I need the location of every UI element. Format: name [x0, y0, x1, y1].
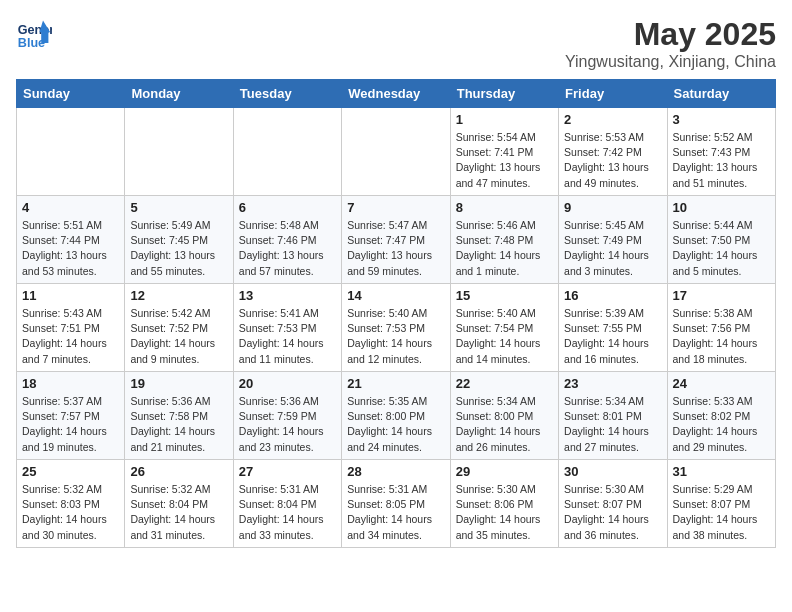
calendar-cell: 27Sunrise: 5:31 AM Sunset: 8:04 PM Dayli…: [233, 460, 341, 548]
day-info: Sunrise: 5:42 AM Sunset: 7:52 PM Dayligh…: [130, 306, 227, 367]
week-row-2: 4Sunrise: 5:51 AM Sunset: 7:44 PM Daylig…: [17, 196, 776, 284]
day-info: Sunrise: 5:47 AM Sunset: 7:47 PM Dayligh…: [347, 218, 444, 279]
day-info: Sunrise: 5:45 AM Sunset: 7:49 PM Dayligh…: [564, 218, 661, 279]
day-number: 4: [22, 200, 119, 215]
day-info: Sunrise: 5:44 AM Sunset: 7:50 PM Dayligh…: [673, 218, 770, 279]
calendar-cell: 7Sunrise: 5:47 AM Sunset: 7:47 PM Daylig…: [342, 196, 450, 284]
day-info: Sunrise: 5:32 AM Sunset: 8:04 PM Dayligh…: [130, 482, 227, 543]
day-number: 27: [239, 464, 336, 479]
calendar-cell: 12Sunrise: 5:42 AM Sunset: 7:52 PM Dayli…: [125, 284, 233, 372]
weekday-header-wednesday: Wednesday: [342, 80, 450, 108]
calendar-cell: 6Sunrise: 5:48 AM Sunset: 7:46 PM Daylig…: [233, 196, 341, 284]
day-number: 16: [564, 288, 661, 303]
day-number: 6: [239, 200, 336, 215]
calendar-cell: 4Sunrise: 5:51 AM Sunset: 7:44 PM Daylig…: [17, 196, 125, 284]
day-info: Sunrise: 5:40 AM Sunset: 7:53 PM Dayligh…: [347, 306, 444, 367]
calendar-cell: 24Sunrise: 5:33 AM Sunset: 8:02 PM Dayli…: [667, 372, 775, 460]
day-info: Sunrise: 5:30 AM Sunset: 8:07 PM Dayligh…: [564, 482, 661, 543]
day-number: 12: [130, 288, 227, 303]
day-info: Sunrise: 5:39 AM Sunset: 7:55 PM Dayligh…: [564, 306, 661, 367]
day-info: Sunrise: 5:30 AM Sunset: 8:06 PM Dayligh…: [456, 482, 553, 543]
week-row-3: 11Sunrise: 5:43 AM Sunset: 7:51 PM Dayli…: [17, 284, 776, 372]
day-number: 2: [564, 112, 661, 127]
calendar-cell: 16Sunrise: 5:39 AM Sunset: 7:55 PM Dayli…: [559, 284, 667, 372]
day-info: Sunrise: 5:29 AM Sunset: 8:07 PM Dayligh…: [673, 482, 770, 543]
day-info: Sunrise: 5:36 AM Sunset: 7:59 PM Dayligh…: [239, 394, 336, 455]
calendar-cell: 8Sunrise: 5:46 AM Sunset: 7:48 PM Daylig…: [450, 196, 558, 284]
day-number: 17: [673, 288, 770, 303]
day-info: Sunrise: 5:49 AM Sunset: 7:45 PM Dayligh…: [130, 218, 227, 279]
calendar-cell: 11Sunrise: 5:43 AM Sunset: 7:51 PM Dayli…: [17, 284, 125, 372]
day-info: Sunrise: 5:43 AM Sunset: 7:51 PM Dayligh…: [22, 306, 119, 367]
calendar-cell: 21Sunrise: 5:35 AM Sunset: 8:00 PM Dayli…: [342, 372, 450, 460]
week-row-5: 25Sunrise: 5:32 AM Sunset: 8:03 PM Dayli…: [17, 460, 776, 548]
weekday-header-saturday: Saturday: [667, 80, 775, 108]
weekday-header-tuesday: Tuesday: [233, 80, 341, 108]
day-info: Sunrise: 5:34 AM Sunset: 8:00 PM Dayligh…: [456, 394, 553, 455]
day-info: Sunrise: 5:36 AM Sunset: 7:58 PM Dayligh…: [130, 394, 227, 455]
calendar-cell: 17Sunrise: 5:38 AM Sunset: 7:56 PM Dayli…: [667, 284, 775, 372]
month-title: May 2025: [565, 16, 776, 53]
day-number: 9: [564, 200, 661, 215]
day-info: Sunrise: 5:41 AM Sunset: 7:53 PM Dayligh…: [239, 306, 336, 367]
page-header: General Blue May 2025 Yingwusitang, Xinj…: [16, 16, 776, 71]
calendar-cell: 18Sunrise: 5:37 AM Sunset: 7:57 PM Dayli…: [17, 372, 125, 460]
logo: General Blue: [16, 16, 52, 52]
weekday-header-friday: Friday: [559, 80, 667, 108]
day-number: 19: [130, 376, 227, 391]
calendar-cell: 31Sunrise: 5:29 AM Sunset: 8:07 PM Dayli…: [667, 460, 775, 548]
day-number: 28: [347, 464, 444, 479]
calendar-cell: 20Sunrise: 5:36 AM Sunset: 7:59 PM Dayli…: [233, 372, 341, 460]
day-number: 15: [456, 288, 553, 303]
day-info: Sunrise: 5:52 AM Sunset: 7:43 PM Dayligh…: [673, 130, 770, 191]
day-info: Sunrise: 5:48 AM Sunset: 7:46 PM Dayligh…: [239, 218, 336, 279]
calendar-cell: 19Sunrise: 5:36 AM Sunset: 7:58 PM Dayli…: [125, 372, 233, 460]
day-info: Sunrise: 5:33 AM Sunset: 8:02 PM Dayligh…: [673, 394, 770, 455]
weekday-header-thursday: Thursday: [450, 80, 558, 108]
calendar-cell: 25Sunrise: 5:32 AM Sunset: 8:03 PM Dayli…: [17, 460, 125, 548]
week-row-4: 18Sunrise: 5:37 AM Sunset: 7:57 PM Dayli…: [17, 372, 776, 460]
day-number: 10: [673, 200, 770, 215]
day-number: 20: [239, 376, 336, 391]
calendar-cell: [233, 108, 341, 196]
day-number: 8: [456, 200, 553, 215]
day-info: Sunrise: 5:31 AM Sunset: 8:04 PM Dayligh…: [239, 482, 336, 543]
calendar-table: SundayMondayTuesdayWednesdayThursdayFrid…: [16, 79, 776, 548]
day-info: Sunrise: 5:53 AM Sunset: 7:42 PM Dayligh…: [564, 130, 661, 191]
day-info: Sunrise: 5:35 AM Sunset: 8:00 PM Dayligh…: [347, 394, 444, 455]
day-info: Sunrise: 5:46 AM Sunset: 7:48 PM Dayligh…: [456, 218, 553, 279]
day-number: 24: [673, 376, 770, 391]
svg-text:Blue: Blue: [18, 36, 45, 50]
calendar-cell: 23Sunrise: 5:34 AM Sunset: 8:01 PM Dayli…: [559, 372, 667, 460]
day-info: Sunrise: 5:54 AM Sunset: 7:41 PM Dayligh…: [456, 130, 553, 191]
day-number: 7: [347, 200, 444, 215]
day-number: 11: [22, 288, 119, 303]
calendar-cell: 28Sunrise: 5:31 AM Sunset: 8:05 PM Dayli…: [342, 460, 450, 548]
location-title: Yingwusitang, Xinjiang, China: [565, 53, 776, 71]
day-info: Sunrise: 5:32 AM Sunset: 8:03 PM Dayligh…: [22, 482, 119, 543]
day-info: Sunrise: 5:38 AM Sunset: 7:56 PM Dayligh…: [673, 306, 770, 367]
calendar-cell: 26Sunrise: 5:32 AM Sunset: 8:04 PM Dayli…: [125, 460, 233, 548]
day-number: 30: [564, 464, 661, 479]
calendar-cell: 2Sunrise: 5:53 AM Sunset: 7:42 PM Daylig…: [559, 108, 667, 196]
day-number: 26: [130, 464, 227, 479]
calendar-cell: [125, 108, 233, 196]
calendar-cell: 29Sunrise: 5:30 AM Sunset: 8:06 PM Dayli…: [450, 460, 558, 548]
day-number: 29: [456, 464, 553, 479]
title-block: May 2025 Yingwusitang, Xinjiang, China: [565, 16, 776, 71]
weekday-header-row: SundayMondayTuesdayWednesdayThursdayFrid…: [17, 80, 776, 108]
day-number: 22: [456, 376, 553, 391]
day-number: 23: [564, 376, 661, 391]
week-row-1: 1Sunrise: 5:54 AM Sunset: 7:41 PM Daylig…: [17, 108, 776, 196]
day-number: 14: [347, 288, 444, 303]
day-number: 21: [347, 376, 444, 391]
calendar-cell: 1Sunrise: 5:54 AM Sunset: 7:41 PM Daylig…: [450, 108, 558, 196]
calendar-cell: [17, 108, 125, 196]
day-info: Sunrise: 5:51 AM Sunset: 7:44 PM Dayligh…: [22, 218, 119, 279]
day-number: 5: [130, 200, 227, 215]
calendar-cell: 30Sunrise: 5:30 AM Sunset: 8:07 PM Dayli…: [559, 460, 667, 548]
day-info: Sunrise: 5:31 AM Sunset: 8:05 PM Dayligh…: [347, 482, 444, 543]
day-info: Sunrise: 5:34 AM Sunset: 8:01 PM Dayligh…: [564, 394, 661, 455]
weekday-header-sunday: Sunday: [17, 80, 125, 108]
day-number: 3: [673, 112, 770, 127]
